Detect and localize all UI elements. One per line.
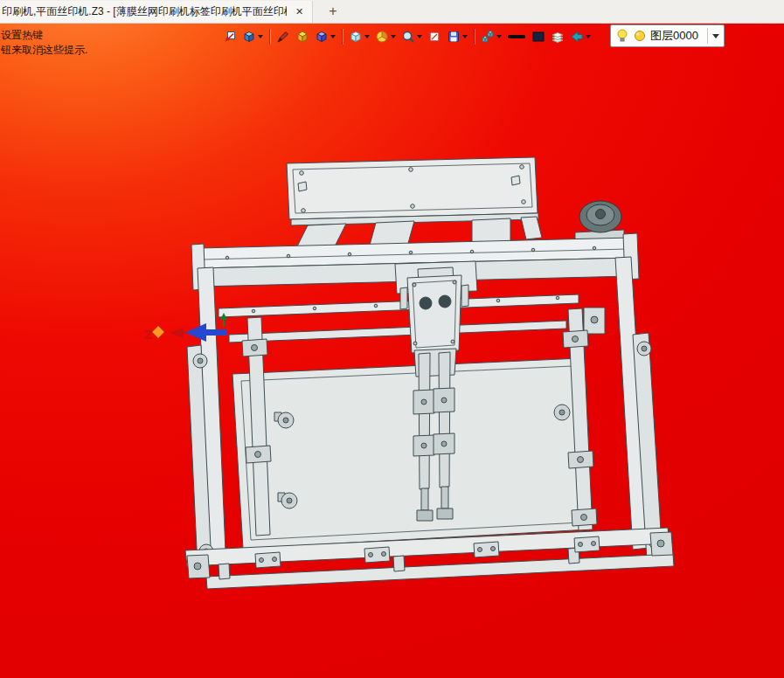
chevron-down-icon xyxy=(391,35,396,38)
sketch-pen-icon[interactable] xyxy=(274,25,292,48)
hint-text-2: 钮来取消这些提示. xyxy=(1,43,87,58)
print-head xyxy=(400,267,468,353)
chevron-down-icon xyxy=(462,35,468,38)
chevron-down-icon xyxy=(417,35,422,38)
viewport-3d[interactable]: 设置热键 钮来取消这些提示. xyxy=(0,23,784,678)
tab-close-icon[interactable]: ✕ xyxy=(293,5,306,18)
toolbar-separator xyxy=(342,29,343,45)
quick-toolbar xyxy=(221,25,593,48)
save-icon[interactable] xyxy=(445,25,469,48)
yellow-box-icon[interactable] xyxy=(294,25,311,48)
color-swatch-icon[interactable] xyxy=(530,25,547,48)
hint-text-1: 设置热键 xyxy=(1,28,43,43)
right-column xyxy=(615,257,663,560)
cad-model: Z xyxy=(0,23,784,678)
zoom-search-icon[interactable] xyxy=(399,25,424,48)
toolbar-separator xyxy=(474,29,475,45)
blue-cube-icon[interactable] xyxy=(313,25,337,48)
new-tab-button[interactable]: + xyxy=(323,4,342,18)
chevron-down-icon xyxy=(586,35,591,38)
assembly-cubes-icon[interactable] xyxy=(479,25,503,48)
top-feed-box xyxy=(287,157,538,219)
document-tab[interactable]: 印刷机,平面丝印机.Z3 - [薄膜丝网印刷机标签印刷机平面丝印机] ✕ xyxy=(0,1,313,23)
layer-dropdown-icon[interactable] xyxy=(712,34,719,38)
layer-name: 图层0000 xyxy=(650,28,703,44)
axis-z-label: Z xyxy=(144,327,152,342)
screen-frame-rails xyxy=(219,294,579,342)
white-cube-icon[interactable] xyxy=(347,25,371,48)
layers-icon[interactable] xyxy=(549,25,566,48)
chevron-down-icon xyxy=(496,35,502,38)
section-pie-icon[interactable] xyxy=(373,25,398,48)
layer-separator xyxy=(707,28,708,44)
chevron-down-icon xyxy=(330,35,336,38)
layer-panel: 图层0000 xyxy=(610,24,725,47)
exit-reference-icon[interactable] xyxy=(221,25,239,48)
lightbulb-icon[interactable] xyxy=(615,28,629,44)
tab-strip: 印刷机,平面丝印机.Z3 - [薄膜丝网印刷机标签印刷机平面丝印机] ✕ + xyxy=(0,0,784,24)
document-tab-title: 印刷机,平面丝印机.Z3 - [薄膜丝网印刷机标签印刷机平面丝印机] xyxy=(2,4,287,19)
toolbar-separator xyxy=(269,29,270,45)
motor xyxy=(575,201,624,241)
cancel-frame-icon[interactable] xyxy=(426,25,443,48)
teal-arrow-icon[interactable] xyxy=(568,25,593,48)
layer-ball-icon xyxy=(634,30,646,42)
line-width-icon[interactable] xyxy=(505,25,528,48)
chevron-down-icon xyxy=(364,35,370,38)
shaded-display-icon[interactable] xyxy=(240,25,265,48)
chevron-down-icon xyxy=(258,35,263,38)
print-table xyxy=(232,358,589,549)
